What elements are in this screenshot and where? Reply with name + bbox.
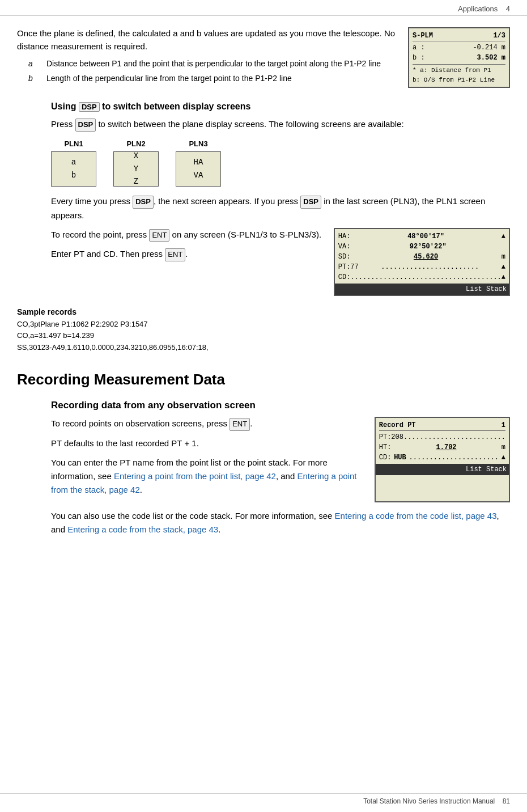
lcd-rec-val2: 1.702 xyxy=(436,442,457,452)
lcd-page: 1/3 xyxy=(493,31,505,41)
dsp-key-label: DSP xyxy=(79,102,100,112)
lcd-ha-footer: List Stack xyxy=(335,284,509,295)
lcd-ha-cddots: ..................................... xyxy=(350,272,501,282)
pln3-line1: HA xyxy=(194,156,203,168)
lcd-ha-row3: SD: 45.620 m xyxy=(338,252,505,262)
lcd-footer: * a: Distance from P1 b: O/S from P1-P2 … xyxy=(413,64,505,84)
lcd-ha-screen: HA: 48°00'17" ▲ VA: 92°50'22" SD: 45.620… xyxy=(334,228,510,296)
dsp-section-heading: Using DSP to switch between display scre… xyxy=(51,102,510,112)
lcd-ha-val2: 92°50'22" xyxy=(410,242,447,252)
lcd-record-page: 1 xyxy=(502,420,505,430)
pln1-line2: b xyxy=(71,169,76,181)
sample-records-title: Sample records xyxy=(17,307,510,316)
lcd-ha-ptdots: ........................ xyxy=(381,262,479,272)
lcd-row-b: b : 3.502 m xyxy=(413,53,505,63)
dsp-paragraph2: Every time you press DSP, the next scree… xyxy=(51,194,510,222)
def-val-b: Length of the perpendicular line from th… xyxy=(46,73,397,84)
lcd-rec-icon3: ▲ xyxy=(502,452,505,463)
lcd-ha-row2: VA: 92°50'22" xyxy=(338,242,505,252)
link4[interactable]: Entering a code from the stack, page 43 xyxy=(67,525,218,534)
lcd-rec-label1: PT: xyxy=(379,432,392,442)
pln3-block: PLN3 HA VA xyxy=(176,139,221,187)
sample-records-code: CO,3ptPlane P1:1062 P2:2902 P3:1547 CO,a… xyxy=(17,319,510,354)
recording-text: To record points on observation screens,… xyxy=(51,417,363,502)
lcd-label-b: b : xyxy=(413,53,425,63)
lcd-record-screen: Record PT 1 PT: 208 ....................… xyxy=(375,417,510,502)
def-key-a: a xyxy=(28,58,37,70)
lcd-splm-screen: S-PLM 1/3 a : -0.214 m b : 3.502 m * a: … xyxy=(408,27,510,88)
dsp-paragraph1: Press DSP to switch between the plane di… xyxy=(51,117,510,132)
lcd-value-b: 3.502 m xyxy=(427,53,505,63)
lcd-rec-dots3: ...................... xyxy=(409,452,499,463)
def-key-b: b xyxy=(28,73,37,84)
record-section-with-lcd: To record the point, press ENT on any sc… xyxy=(51,228,510,296)
major-heading: Recording Measurement Data xyxy=(17,371,510,388)
page-header: Applications 4 xyxy=(0,0,527,16)
rec-para1: To record points on observation screens,… xyxy=(51,417,363,431)
definition-row-b: b Length of the perpendicular line from … xyxy=(28,73,397,84)
lcd-ha-cd: CD: xyxy=(338,272,351,282)
header-section-label: Applications xyxy=(458,5,498,13)
record-text-block: To record the point, press ENT on any sc… xyxy=(51,228,322,296)
lcd-record-row1: PT: 208 ......................... xyxy=(379,432,505,442)
lcd-ha-icon4: ▲ xyxy=(502,262,505,272)
link3[interactable]: Entering a code from the code list, page… xyxy=(335,511,497,521)
lcd-footer-line2: b: O/S from P1-P2 Line xyxy=(413,75,505,85)
dsp-key-inline2: DSP xyxy=(133,196,154,209)
lcd-ha-val1: 48°00'17" xyxy=(407,231,444,242)
lcd-rec-val1: 208 xyxy=(391,432,403,442)
lcd-ha-val3: 45.620 xyxy=(414,252,438,262)
intro-section: Once the plane is defined, the calculate… xyxy=(17,27,510,88)
sub-heading: Recording data from any observation scre… xyxy=(51,400,510,411)
definition-table: a Distance between P1 and the point that… xyxy=(28,58,397,84)
lcd-rec-label2: HT: xyxy=(379,442,392,452)
lcd-ha-unit3: m xyxy=(502,252,505,262)
footer-text: Total Station Nivo Series Instruction Ma… xyxy=(363,797,495,805)
pln2-block: PLN2 X Y Z xyxy=(113,139,159,187)
pln2-line2: Y xyxy=(134,163,138,175)
lcd-rec-val3: HUB xyxy=(394,452,406,463)
lcd-record-row3: CD: HUB ...................... ▲ xyxy=(379,452,505,463)
lcd-record-title: Record PT 1 xyxy=(379,420,505,431)
ent-key-inline2: ENT xyxy=(165,248,185,261)
footer-page: 81 xyxy=(503,797,510,805)
pln1-label: PLN1 xyxy=(64,139,83,148)
lcd-title: S-PLM xyxy=(413,31,433,41)
dsp-key-inline1: DSP xyxy=(75,119,96,132)
intro-paragraph: Once the plane is defined, the calculate… xyxy=(17,27,397,53)
lcd-label-a: a : xyxy=(413,43,425,53)
def-val-a: Distance between P1 and the point that i… xyxy=(46,58,397,70)
lcd-record-footer: List Stack xyxy=(376,464,509,475)
rec-para2: PT defaults to the last recorded PT + 1. xyxy=(51,437,363,450)
dsp-key-inline3: DSP xyxy=(300,196,321,209)
intro-text-block: Once the plane is defined, the calculate… xyxy=(17,27,397,88)
lcd-rec-unit2: m xyxy=(502,442,505,452)
pln2-box: X Y Z xyxy=(113,151,159,187)
lcd-ha-row5: CD: ....................................… xyxy=(338,272,505,282)
lcd-ha-label3: SD: xyxy=(338,252,351,262)
sample-line2: CO,a=31.497 b=14.239 xyxy=(17,330,510,342)
lcd-ha-pt: PT:77 xyxy=(338,262,359,272)
pln2-line3: Z xyxy=(134,175,138,188)
rec-para3: You can enter the PT name from the point… xyxy=(51,456,363,497)
pln1-box: a b xyxy=(51,151,96,187)
pln3-label: PLN3 xyxy=(189,139,207,148)
definition-row-a: a Distance between P1 and the point that… xyxy=(28,58,397,70)
page-content: Once the plane is defined, the calculate… xyxy=(0,16,527,576)
pln3-line2: VA xyxy=(194,169,203,181)
lcd-ha-row1: HA: 48°00'17" ▲ xyxy=(338,231,505,242)
lcd-title-bar: S-PLM 1/3 xyxy=(413,31,505,41)
pln2-line1: X xyxy=(134,150,138,162)
link1[interactable]: Entering a point from the point list, pa… xyxy=(114,471,276,481)
page-footer: Total Station Nivo Series Instruction Ma… xyxy=(0,793,527,805)
lcd-value-a: -0.214 m xyxy=(427,43,505,53)
lcd-row-a: a : -0.214 m xyxy=(413,43,505,53)
lcd-ha-icon1: ▲ xyxy=(502,231,505,242)
pln3-box: HA VA xyxy=(176,151,221,187)
pln1-block: PLN1 a b xyxy=(51,139,96,187)
rec-para4: You can also use the code list or the co… xyxy=(51,509,510,536)
dsp-paragraph3: To record the point, press ENT on any sc… xyxy=(51,228,322,242)
pln2-label: PLN2 xyxy=(126,139,145,148)
lcd-rec-label3: CD: xyxy=(379,452,392,463)
lcd-ha-label2: VA: xyxy=(338,242,351,252)
